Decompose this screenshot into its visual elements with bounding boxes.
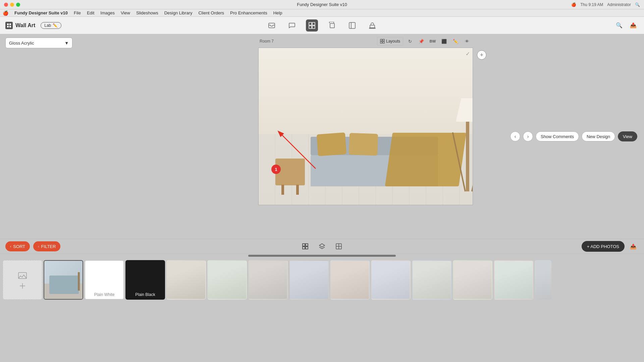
sidebar-icon-btn[interactable] [346, 19, 358, 32]
eye-icon-btn[interactable]: 👁 [462, 37, 472, 46]
film-room-3[interactable] [166, 260, 206, 300]
menu-images[interactable]: Images [100, 10, 115, 15]
bw-icon-btn[interactable]: BW [428, 37, 437, 46]
share-icon-btn[interactable]: 📤 [628, 20, 639, 31]
bottom-left-controls: ‹ SORT ‹ FILTER [5, 241, 60, 251]
user-display: Administrator [607, 2, 631, 7]
svg-rect-0 [7, 23, 9, 25]
film-room-10[interactable] [453, 260, 492, 300]
menu-help[interactable]: Help [273, 10, 282, 15]
brightness-icon-btn[interactable]: ⬛ [439, 37, 449, 46]
add-canvas-btn[interactable]: + [477, 50, 486, 60]
time-display: Thu 9:19 AM [580, 2, 603, 7]
svg-rect-14 [380, 39, 382, 41]
film-plain-black[interactable]: Plain Black [125, 260, 165, 300]
checkmark-icon: ✓ [466, 51, 470, 57]
menu-edit[interactable]: Edit [87, 10, 94, 15]
filter-button[interactable]: ‹ FILTER [33, 241, 60, 251]
add-photos-button[interactable]: + ADD PHOTOS [582, 241, 625, 252]
toolbar-title: Wall Art [15, 22, 35, 28]
svg-rect-28 [18, 273, 26, 279]
svg-rect-12 [370, 25, 375, 28]
inbox-icon-btn[interactable] [266, 19, 278, 32]
zoom-icon-btn[interactable]: 🔍 [614, 20, 625, 31]
film-room-7[interactable] [330, 260, 370, 300]
filmstrip: Plain White Plain Black [0, 257, 644, 302]
titlebar: Fundy Designer Suite v10 🍎 Thu 9:19 AM A… [0, 0, 644, 9]
film-room-9[interactable] [412, 260, 451, 300]
svg-rect-16 [380, 42, 382, 43]
svg-rect-17 [383, 42, 384, 43]
svg-rect-22 [303, 247, 305, 249]
svg-rect-20 [303, 244, 305, 246]
prev-design-btn[interactable]: ‹ [510, 131, 520, 141]
svg-rect-6 [312, 22, 315, 25]
chat-icon-btn[interactable] [286, 19, 298, 32]
export-button[interactable]: 📤 [628, 241, 639, 252]
svg-rect-1 [9, 23, 11, 25]
menu-file[interactable]: File [74, 10, 81, 15]
svg-rect-3 [9, 26, 11, 27]
menu-pro-enhancements[interactable]: Pro Enhancements [230, 10, 267, 15]
film-room-8[interactable] [371, 260, 411, 300]
svg-rect-4 [269, 23, 275, 28]
new-design-btn[interactable]: New Design [582, 131, 615, 141]
film-black-label: Plain Black [135, 292, 155, 297]
window-title: Fundy Designer Suite v10 [297, 2, 347, 7]
menu-client-orders[interactable]: Client Orders [198, 10, 224, 15]
film-placeholder[interactable] [3, 260, 42, 300]
rotate-icon-btn[interactable]: ↻ [405, 37, 415, 46]
film-room-11[interactable] [494, 260, 533, 300]
svg-rect-15 [383, 39, 384, 41]
film-room-current[interactable] [44, 260, 83, 300]
film-room-6[interactable] [289, 260, 329, 300]
main-toolbar: Wall Art Lab ✏️ 🔍 📤 [0, 17, 644, 34]
titlebar-right: 🍎 Thu 9:19 AM Administrator 🔍 [571, 2, 640, 7]
bottom-toolbar: ‹ SORT ‹ FILTER + ADD PHOTOS 📤 [0, 239, 644, 254]
pin-icon-btn[interactable]: 📌 [417, 37, 426, 46]
copy-icon-btn[interactable] [326, 19, 338, 32]
annotation-bubble: 1 [271, 165, 281, 174]
grid-icon-btn[interactable] [306, 19, 318, 32]
lab-badge[interactable]: Lab ✏️ [41, 22, 61, 29]
menu-slideshows[interactable]: Slideshows [136, 10, 158, 15]
svg-rect-21 [306, 244, 308, 246]
scroll-indicator[interactable] [248, 255, 396, 257]
chevron-down-icon: ▼ [64, 41, 69, 46]
stamp-icon-btn[interactable] [366, 19, 378, 32]
svg-rect-23 [306, 247, 308, 249]
view-split-btn[interactable] [334, 241, 344, 251]
svg-rect-9 [330, 23, 334, 28]
view-grid-btn[interactable] [300, 241, 310, 251]
search-icon[interactable]: 🔍 [635, 2, 640, 7]
film-room-4[interactable] [207, 260, 247, 300]
edit-icon-btn[interactable]: ✏️ [451, 37, 460, 46]
maximize-button[interactable] [16, 3, 20, 7]
menu-view[interactable]: View [121, 10, 130, 15]
dropdown-value: Gloss Acrylic [9, 41, 34, 46]
menu-app-title[interactable]: Fundy Designer Suite v10 [14, 10, 68, 15]
film-room-5[interactable] [248, 260, 288, 300]
next-design-btn[interactable]: › [523, 131, 533, 141]
product-type-dropdown[interactable]: Gloss Acrylic ▼ [5, 38, 72, 48]
view-layers-btn[interactable] [317, 241, 327, 251]
canvas-container[interactable]: 1 ✓ [258, 48, 473, 205]
minimize-button[interactable] [10, 3, 14, 7]
show-comments-btn[interactable]: Show Comments [536, 131, 579, 141]
svg-rect-2 [7, 26, 9, 27]
svg-rect-10 [349, 22, 355, 28]
menu-design-library[interactable]: Design Library [164, 10, 193, 15]
sort-button[interactable]: ‹ SORT [5, 241, 30, 251]
film-plain-white[interactable]: Plain White [85, 260, 124, 300]
layouts-btn[interactable]: Layouts [377, 37, 403, 46]
svg-rect-8 [312, 26, 315, 28]
view-btn[interactable]: View [618, 131, 637, 141]
traffic-lights[interactable] [4, 3, 20, 7]
menu-apple[interactable]: 🍎 [3, 10, 8, 16]
close-button[interactable] [4, 3, 8, 7]
pencil-icon: ✏️ [53, 23, 58, 28]
left-panel: Gloss Acrylic ▼ [0, 34, 87, 239]
menubar: 🍎 Fundy Designer Suite v10 File Edit Ima… [0, 9, 644, 17]
toolbar-right: 🔍 📤 [614, 20, 639, 31]
svg-marker-24 [319, 244, 325, 247]
